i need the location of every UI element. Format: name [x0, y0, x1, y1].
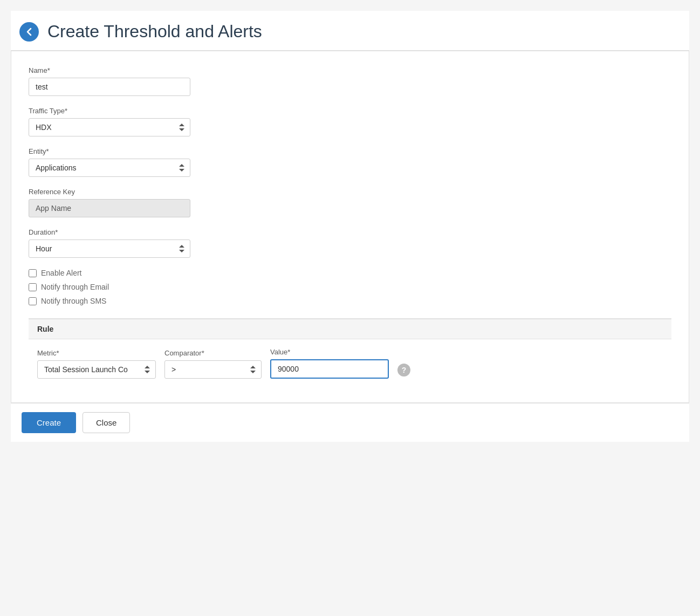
comparator-field: Comparator* > < >= <= = [164, 349, 262, 379]
page-header: Create Threshold and Alerts [11, 11, 689, 51]
duration-group: Duration* Hour Day Week [29, 228, 671, 258]
create-button[interactable]: Create [22, 412, 76, 433]
checkbox-group: Enable Alert Notify through Email Notify… [29, 269, 671, 305]
entity-select[interactable]: Applications Users Servers [29, 159, 190, 177]
comparator-select[interactable]: > < >= <= = [164, 360, 262, 379]
enable-alert-checkbox[interactable] [29, 269, 37, 277]
close-button[interactable]: Close [83, 412, 130, 433]
reference-key-label: Reference Key [29, 188, 671, 196]
rule-header: Rule [29, 319, 671, 339]
entity-label: Entity* [29, 147, 671, 155]
entity-group: Entity* Applications Users Servers [29, 147, 671, 177]
back-button[interactable] [19, 22, 39, 42]
rule-row: Metric* Total Session Launch Co Active S… [37, 348, 663, 379]
rule-section: Rule Metric* Total Session Launch Co Act… [29, 318, 671, 387]
metric-label: Metric* [37, 349, 156, 357]
rule-body: Metric* Total Session Launch Co Active S… [29, 339, 671, 387]
notify-email-label: Notify through Email [41, 283, 109, 291]
comparator-label: Comparator* [164, 349, 262, 357]
notify-sms-label: Notify through SMS [41, 297, 106, 305]
name-input[interactable] [29, 78, 190, 96]
duration-select[interactable]: Hour Day Week [29, 239, 190, 258]
notify-email-checkbox[interactable] [29, 283, 37, 291]
value-field: Value* [270, 348, 389, 379]
enable-alert-item[interactable]: Enable Alert [29, 269, 671, 277]
help-icon[interactable]: ? [397, 364, 410, 377]
page-title: Create Threshold and Alerts [47, 22, 262, 42]
help-icon-label: ? [402, 366, 407, 374]
metric-field: Metric* Total Session Launch Co Active S… [37, 349, 156, 379]
page-container: Create Threshold and Alerts Name* Traffi… [11, 11, 689, 442]
metric-select[interactable]: Total Session Launch Co Active Sessions … [37, 360, 156, 379]
enable-alert-label: Enable Alert [41, 269, 82, 277]
traffic-type-label: Traffic Type* [29, 107, 671, 115]
traffic-type-group: Traffic Type* HDX ICA All [29, 107, 671, 136]
value-input[interactable] [270, 359, 389, 379]
duration-label: Duration* [29, 228, 671, 236]
notify-sms-checkbox[interactable] [29, 297, 37, 305]
reference-key-input [29, 199, 190, 217]
notify-sms-item[interactable]: Notify through SMS [29, 297, 671, 305]
name-group: Name* [29, 66, 671, 96]
reference-key-group: Reference Key [29, 188, 671, 217]
form-container: Name* Traffic Type* HDX ICA All Entity* … [11, 51, 689, 403]
action-bar: Create Close [11, 403, 689, 442]
traffic-type-select[interactable]: HDX ICA All [29, 118, 190, 136]
name-label: Name* [29, 66, 671, 74]
value-label: Value* [270, 348, 389, 356]
notify-email-item[interactable]: Notify through Email [29, 283, 671, 291]
